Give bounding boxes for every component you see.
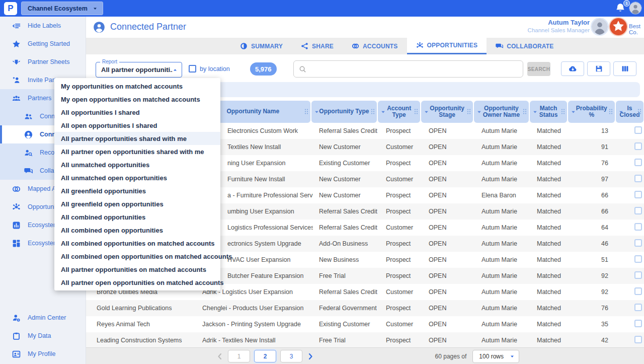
cell-is_closed — [616, 159, 644, 168]
workspace-selector[interactable]: Channel Ecosystem — [21, 2, 103, 15]
search-button[interactable]: SEARCH — [527, 62, 550, 76]
cell-match: Matched — [531, 305, 569, 312]
export-button[interactable] — [561, 61, 584, 76]
row-checkbox[interactable] — [634, 304, 642, 311]
app-logo[interactable]: P — [4, 2, 17, 15]
cell-type: New Customer — [313, 143, 380, 151]
row-checkbox[interactable] — [634, 207, 642, 214]
by-location-checkbox[interactable]: by location — [189, 65, 230, 72]
report-menu-item-all-unmatched-opportunities[interactable]: All unmatched opportunities — [54, 158, 220, 171]
cell-owner: Autum Marie — [475, 288, 531, 296]
column-drag-handle-icon[interactable] — [467, 108, 471, 115]
column-header-match[interactable]: Match Status — [530, 101, 568, 123]
column-header-is_closed[interactable]: Is Closed — [616, 101, 643, 123]
sidebar-item-getting-started[interactable]: Getting Started — [0, 35, 86, 53]
cell-is_closed — [616, 207, 644, 216]
user-avatar[interactable] — [629, 2, 642, 15]
row-checkbox[interactable] — [634, 175, 642, 182]
cell-account_type: Prospect — [380, 127, 423, 134]
tab-opportunities[interactable]: OPPORTUNITIES — [407, 38, 487, 54]
save-icon — [595, 64, 603, 73]
cell-owner: Autum Marie — [475, 176, 531, 183]
row-checkbox[interactable] — [634, 239, 642, 247]
report-menu-item-all-greenfield-opportunities[interactable]: All greenfield opportunities — [54, 184, 220, 197]
cell-account_type: Prospect — [380, 337, 423, 344]
search-box — [293, 60, 523, 78]
row-checkbox[interactable] — [634, 336, 642, 343]
row-checkbox[interactable] — [634, 320, 642, 327]
page-button-1[interactable]: 1 — [228, 350, 250, 362]
column-drag-handle-icon[interactable] — [414, 108, 418, 115]
column-drag-handle-icon[interactable] — [523, 108, 527, 115]
row-checkbox[interactable] — [634, 223, 642, 231]
report-menu-item-all-partner-opportunities-shared-with-me[interactable]: All partner opportunities shared with me — [54, 132, 220, 145]
cell-owner: Autum Marie — [475, 305, 531, 312]
invite-partners-icon — [12, 76, 21, 85]
column-drag-handle-icon[interactable] — [561, 108, 565, 115]
columns-button[interactable] — [613, 61, 636, 76]
row-checkbox[interactable] — [634, 142, 642, 150]
tab-share[interactable]: SHARE — [292, 38, 343, 54]
rows-per-page-value: 100 rows — [479, 353, 504, 360]
row-checkbox[interactable] — [634, 126, 642, 134]
report-menu-item-all-combined-open-opportunities-on-matched-accounts[interactable]: All combined open opportunities on match… — [54, 250, 220, 263]
cell-owner: Autum Marie — [475, 240, 531, 247]
summary-icon — [240, 42, 248, 50]
report-menu-item-all-combined-opportunities-on-matched-accounts[interactable]: All combined opportunities on matched ac… — [54, 237, 220, 250]
report-menu-item-all-partner-opportunities-on-matched-accounts[interactable]: All partner opportunities on matched acc… — [54, 263, 220, 276]
report-menu-item-all-combined-open-opportunities[interactable]: All combined open opportunities — [54, 224, 220, 237]
report-menu-item-all-partner-open-opportunities-shared-with-me[interactable]: All partner open opportunities shared wi… — [54, 145, 220, 158]
table-footer: 123 60 pages of 100 rows — [86, 347, 644, 364]
report-menu-item-my-opportunities-on-matched-accounts[interactable]: My opportunities on matched accounts — [54, 80, 220, 93]
report-menu-item-all-open-opportunities-i-shared[interactable]: All open opportunities I shared — [54, 119, 220, 132]
cell-probability: 91 — [569, 143, 616, 151]
column-header-owner[interactable]: Opportunity Owner Name — [474, 101, 528, 123]
tab-label: COLLABORATE — [507, 43, 553, 50]
page-button-3[interactable]: 3 — [280, 350, 302, 362]
save-button[interactable] — [587, 61, 610, 76]
prev-page-button[interactable] — [216, 352, 224, 360]
row-checkbox[interactable] — [634, 191, 642, 198]
column-header-stage[interactable]: Opportunity Stage — [421, 101, 473, 123]
tab-summary[interactable]: SUMMARY — [231, 38, 292, 54]
user-photo[interactable] — [591, 18, 609, 36]
report-menu-item-all-partner-open-opportunities-on-matched-accounts[interactable]: All partner open opportunities on matche… — [54, 276, 220, 289]
column-header-type[interactable]: Opportunity Type — [311, 101, 377, 123]
column-drag-handle-icon[interactable] — [304, 108, 308, 115]
sidebar-item-my-profile[interactable]: My Profile — [0, 345, 86, 363]
company-star-logo[interactable] — [609, 17, 628, 36]
tab-collaborate[interactable]: COLLABORATE — [487, 38, 562, 54]
opportunities-icon — [12, 203, 21, 211]
recommended-partners-icon — [24, 149, 33, 157]
caret-down-icon — [510, 354, 515, 359]
page-button-2[interactable]: 2 — [254, 350, 276, 362]
report-menu-item-all-combined-opportunities[interactable]: All combined opportunities — [54, 210, 220, 224]
checkbox-box[interactable] — [189, 65, 196, 72]
row-checkbox[interactable] — [634, 159, 642, 166]
column-drag-handle-icon[interactable] — [637, 108, 641, 115]
sidebar-item-hide-labels[interactable]: Hide Labels — [0, 17, 86, 35]
row-checkbox[interactable] — [634, 287, 642, 295]
sidebar-item-partner-sheets[interactable]: Partner Sheets — [0, 53, 86, 71]
tab-accounts[interactable]: ACCOUNTS — [343, 38, 407, 54]
row-checkbox[interactable] — [634, 271, 642, 279]
sidebar-item-admin-center[interactable]: Admin Center — [0, 309, 86, 327]
row-checkbox[interactable] — [634, 255, 642, 263]
report-menu-item-all-unmatched-open-opportunities[interactable]: All unmatched open opportunities — [54, 171, 220, 184]
column-header-probability[interactable]: Probability % — [568, 101, 615, 123]
report-menu-item-my-open-opportunities-on-matched-accounts[interactable]: My open opportunities on matched account… — [54, 93, 220, 106]
report-menu-item-all-opportunities-i-shared[interactable]: All opportunities I shared — [54, 106, 220, 119]
table-row[interactable]: Gold Learning PublicationsChenglei - Pro… — [86, 300, 644, 316]
search-input[interactable] — [310, 61, 520, 77]
column-drag-handle-icon[interactable] — [609, 108, 613, 115]
rows-per-page-select[interactable]: 100 rows — [472, 350, 519, 363]
report-menu-item-all-greenfield-open-opportunities[interactable]: All greenfield open opportunities — [54, 197, 220, 210]
page-title: Connected Partner — [110, 22, 186, 32]
table-row[interactable]: Reyes Animal TechJackson - Printing Syst… — [86, 316, 644, 332]
next-page-button[interactable] — [306, 352, 314, 360]
column-header-account_type[interactable]: Account Type — [378, 101, 420, 123]
column-drag-handle-icon[interactable] — [371, 108, 375, 115]
table-row[interactable]: Leading Construction SystemsAdrik - Text… — [86, 332, 644, 347]
sidebar-item-my-data[interactable]: My Data — [0, 327, 86, 345]
cell-owner: Elena Baron — [475, 192, 531, 199]
